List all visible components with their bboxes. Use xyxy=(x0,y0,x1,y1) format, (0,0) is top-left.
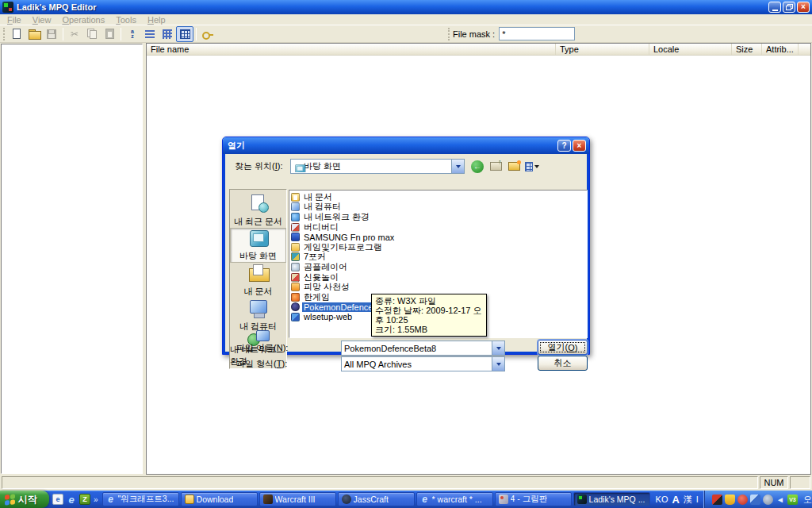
back-button[interactable]: ← xyxy=(470,160,485,174)
file-type-label: 파일 형식(T): xyxy=(225,358,341,370)
tooltip-size: 크기: 1.55MB xyxy=(375,325,483,334)
column-type[interactable]: Type xyxy=(556,44,649,55)
paste-icon xyxy=(105,29,114,39)
new-folder-icon xyxy=(508,162,520,171)
views-button[interactable] xyxy=(525,160,539,174)
new-file-button[interactable] xyxy=(8,26,25,42)
taskbar-task-ladiks-mpq[interactable]: Ladik's MPQ ... xyxy=(573,492,650,506)
file-type-dropdown-button[interactable] xyxy=(492,357,504,371)
ime-toolbar-indicator[interactable]: I xyxy=(696,495,699,504)
small-icons-icon xyxy=(163,29,172,39)
file-name-value: PokemonDefenceBeta8 xyxy=(344,344,436,353)
menu-view[interactable]: View xyxy=(27,15,57,25)
new-folder-button[interactable] xyxy=(507,160,521,174)
taskbar-task-warcraft3-page[interactable]: e "워크래프트3... xyxy=(102,492,179,506)
ie-document-icon[interactable]: e xyxy=(52,494,63,505)
key-button[interactable] xyxy=(199,26,216,42)
mpq-editor-app-icon xyxy=(2,2,13,13)
volume-tray-icon[interactable]: ◄ xyxy=(776,495,785,505)
save-button[interactable] xyxy=(43,26,60,42)
list-item[interactable]: 게임및기타프로그램 xyxy=(291,242,585,252)
menu-tools[interactable]: Tools xyxy=(110,15,142,25)
look-in-combobox[interactable]: 바탕 화면 xyxy=(290,159,465,174)
look-in-dropdown-button[interactable] xyxy=(451,160,464,173)
file-name-combobox[interactable]: PokemonDefenceBeta8 xyxy=(341,341,505,356)
archive-tree-pane[interactable] xyxy=(1,44,143,474)
overflow-chevron-icon[interactable]: » xyxy=(94,495,98,504)
place-desktop[interactable]: 바탕 화면 xyxy=(230,228,286,263)
jasscraft-icon xyxy=(342,495,351,504)
ime-alpha-indicator[interactable]: A xyxy=(672,494,679,506)
open-button[interactable]: 열기(O) xyxy=(538,340,588,355)
my-documents-icon xyxy=(247,264,270,284)
column-size[interactable]: Size xyxy=(732,44,762,55)
language-bar[interactable]: KO A 漢 I xyxy=(651,494,703,506)
paste-button[interactable] xyxy=(101,26,118,42)
chevron-down-icon xyxy=(534,165,539,171)
details-view-button[interactable] xyxy=(176,26,193,42)
open-archive-button[interactable] xyxy=(25,26,43,42)
small-icons-view-button[interactable] xyxy=(159,26,176,42)
save-icon xyxy=(47,29,56,39)
toolbar-grip[interactable] xyxy=(448,28,451,40)
column-locale[interactable]: Locale xyxy=(649,44,732,55)
wlsetup-icon xyxy=(291,313,300,321)
sort-az-button[interactable]: az xyxy=(124,26,141,42)
internet-explorer-icon[interactable]: e xyxy=(66,494,77,505)
copy-button[interactable] xyxy=(83,26,101,42)
cancel-button[interactable]: 취소 xyxy=(538,356,588,371)
taskbar-clock[interactable]: 오후 10:26 xyxy=(803,494,812,506)
start-button[interactable]: 시작 xyxy=(0,491,49,508)
list-item[interactable]: 피망 사천성 xyxy=(291,282,585,292)
file-type-combobox[interactable]: All MPQ Archives xyxy=(341,356,505,371)
messenger-tray-icon[interactable] xyxy=(763,495,773,505)
ime-hanja-indicator[interactable]: 漢 xyxy=(684,494,692,506)
v3-antivirus-tray-icon[interactable]: V3 xyxy=(787,495,798,505)
network-monitors-tray-icon[interactable] xyxy=(750,495,760,505)
column-attributes[interactable]: Attrib... xyxy=(762,44,799,55)
game-checker-tray-icon[interactable] xyxy=(712,495,722,505)
minimize-button[interactable] xyxy=(768,2,781,13)
taskbar-task-jasscraft[interactable]: JassCraft xyxy=(338,492,415,506)
taskbar-task-paint[interactable]: 4 - 그림판 xyxy=(495,492,572,506)
look-in-label: 찾는 위치(I): xyxy=(225,160,290,172)
file-name-dropdown-button[interactable] xyxy=(492,341,504,355)
list-rows-view-button[interactable] xyxy=(141,26,159,42)
place-my-documents[interactable]: 내 문서 xyxy=(230,263,286,298)
minimize-icon xyxy=(772,10,778,11)
taskbar-task-warcraft3[interactable]: Warcraft III xyxy=(259,492,336,506)
zum-icon[interactable]: Z xyxy=(79,494,90,505)
toolbar-grip[interactable] xyxy=(3,28,6,40)
desktop-icon xyxy=(293,164,300,169)
folder-icon xyxy=(291,243,300,252)
statusbar: NUM xyxy=(0,475,812,491)
views-icon xyxy=(525,162,533,171)
antivirus-red-tray-icon[interactable] xyxy=(737,495,748,505)
security-shield-tray-icon[interactable] xyxy=(725,495,735,505)
mpq-editor-icon xyxy=(577,495,587,504)
dialog-close-button[interactable]: × xyxy=(573,140,586,152)
menu-help[interactable]: Help xyxy=(142,15,171,25)
restore-button[interactable] xyxy=(783,2,795,13)
menu-operations[interactable]: Operations xyxy=(56,15,110,25)
my-documents-icon xyxy=(291,193,300,202)
up-folder-button[interactable] xyxy=(488,160,503,174)
close-button[interactable]: × xyxy=(797,2,810,13)
column-file-name[interactable]: File name xyxy=(147,44,556,55)
statusbar-resize-grip xyxy=(790,476,810,489)
yutnori-icon xyxy=(291,273,300,282)
taskbar-task-download[interactable]: Download xyxy=(181,492,258,506)
place-my-computer[interactable]: 내 컴퓨터 xyxy=(230,298,286,333)
place-recent-documents[interactable]: 내 최근 문서 xyxy=(230,193,286,228)
network-icon xyxy=(291,213,300,221)
file-mask-input[interactable] xyxy=(499,27,575,40)
close-icon: × xyxy=(577,141,582,150)
restore-icon xyxy=(786,4,793,10)
cut-button[interactable]: ✂ xyxy=(66,26,83,42)
hangame-icon xyxy=(291,293,300,302)
taskbar-task-warcraft-page[interactable]: e * warcraft * ... xyxy=(416,492,493,506)
dialog-help-button[interactable]: ? xyxy=(557,140,571,152)
list-item[interactable]: 버디버디 xyxy=(291,222,585,233)
menu-file[interactable]: File xyxy=(2,15,27,25)
ime-korean-indicator[interactable]: KO xyxy=(656,495,668,504)
